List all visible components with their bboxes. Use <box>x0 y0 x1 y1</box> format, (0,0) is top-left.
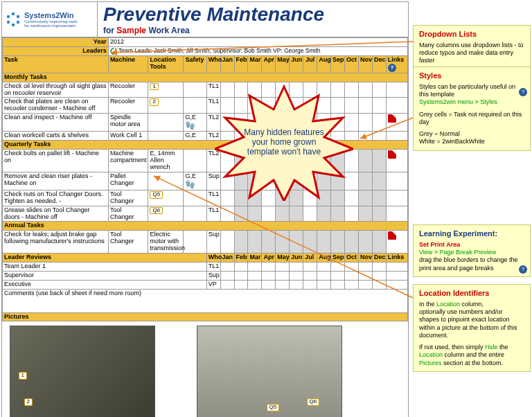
logo-cell: Systems2Win Continuously improving tools… <box>2 2 98 37</box>
section-annual: Annual Tasks <box>3 222 408 231</box>
leaders-value[interactable]: Team Leads: Jack Smith, Jill Smith, Supe… <box>108 46 407 55</box>
table-row[interactable]: Grease slides on Tool Changer doors - Ma… <box>3 206 408 222</box>
table-row[interactable]: Team Leader 1TL1 <box>3 262 408 271</box>
starburst-text: Many hidden features your home grown tem… <box>239 127 329 157</box>
svg-point-2 <box>17 21 19 24</box>
callout-learning: Learning Experiment: Set Print Area View… <box>413 224 531 277</box>
spreadsheet: Systems2Win Continuously improving tools… <box>1 1 409 417</box>
table-row[interactable]: ExecutiveVP <box>3 280 408 289</box>
reviews-header: Leader Reviews Who JanFebMarAprMayJunJul… <box>3 253 408 262</box>
location-tag: 1 <box>150 83 158 91</box>
pdf-icon[interactable] <box>388 114 396 123</box>
col-safety: Safety <box>184 55 206 73</box>
svg-point-3 <box>12 24 15 26</box>
table-row[interactable]: SupervisorSup <box>3 271 408 280</box>
picture-1: 1 2 <box>10 326 155 417</box>
picture-2: Q5 Q6 <box>197 326 342 417</box>
pic-tag: Q5 <box>267 404 280 411</box>
logo-icon <box>5 11 21 28</box>
year-label: Year <box>3 38 109 47</box>
section-pictures: Pictures <box>3 312 408 321</box>
leaders-row: Leaders Team Leads: Jack Smith, Jill Smi… <box>3 46 408 55</box>
col-task: Task <box>3 55 109 73</box>
col-links: Links? <box>386 55 407 73</box>
svg-point-1 <box>17 15 19 18</box>
help-icon[interactable]: ? <box>519 265 527 274</box>
callout-styles: Styles Styles can be particularly useful… <box>413 66 531 151</box>
svg-point-0 <box>12 12 15 15</box>
col-who: Who <box>206 55 220 73</box>
pdf-icon[interactable] <box>388 231 396 240</box>
svg-point-4 <box>7 21 10 24</box>
pic-tag: 2 <box>24 398 33 406</box>
help-icon[interactable]: ? <box>519 88 527 96</box>
location-tag: Q6 <box>150 207 163 215</box>
col-machine: Machine <box>108 55 148 73</box>
logo-name: Systems2Win <box>24 12 78 19</box>
gloves-icon: 🧤 <box>185 121 195 130</box>
callout-dropdown: Dropdown Lists Many columns use dropdown… <box>413 25 531 70</box>
section-monthly: Monthly Tasks <box>3 73 408 82</box>
callout-location: Location Identifiers In the Location col… <box>413 284 531 372</box>
svg-point-5 <box>7 15 10 18</box>
logo-tagline2: for continuous improvement <box>24 24 78 28</box>
pictures-area: 1 2 Q5 Q6 <box>3 321 408 417</box>
pdf-icon[interactable] <box>388 150 396 159</box>
location-tag: 2 <box>150 98 158 106</box>
help-icon[interactable]: ? <box>388 64 396 72</box>
leaders-label: Leaders <box>3 46 109 55</box>
page-title: Preventive Maintenance <box>103 3 402 26</box>
logo-tagline1: Continuously improving tools <box>24 19 78 24</box>
year-value[interactable]: 2012 <box>108 38 407 47</box>
table-row[interactable]: Check for leaks; adjust brake gap follow… <box>3 231 408 254</box>
location-tag: Q5 <box>150 191 163 199</box>
column-headers: Task Machine Location Tools Safety Who J… <box>3 55 408 73</box>
gloves-icon: 🧤 <box>185 180 195 189</box>
refresh-icon[interactable] <box>110 48 117 55</box>
col-location: Location Tools <box>148 55 184 73</box>
pic-tag: Q6 <box>307 398 320 406</box>
year-row: Year 2012 <box>3 38 408 47</box>
subtitle: for Sample Work Area <box>103 26 402 35</box>
comments-cell[interactable]: Comments (use back of sheet if need more… <box>3 289 408 312</box>
pic-tag: 1 <box>19 372 27 380</box>
starburst-callout: Many hidden features your home grown tem… <box>215 83 353 201</box>
